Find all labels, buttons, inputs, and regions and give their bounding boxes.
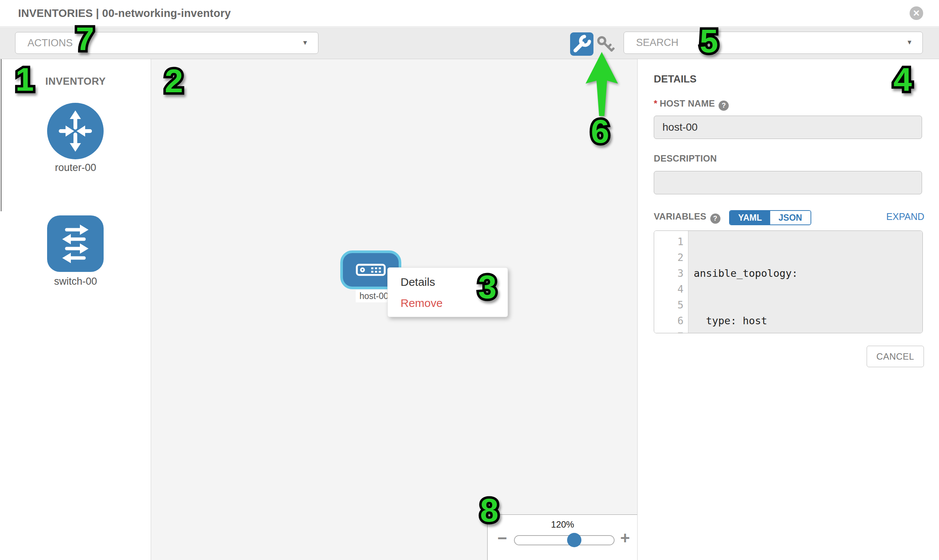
- annotation-arrow-up: [582, 49, 624, 120]
- details-panel-title: DETAILS: [654, 74, 697, 85]
- annotation-number-8: 8: [474, 486, 519, 531]
- inventory-sidebar: INVENTORY router-00: [0, 59, 151, 560]
- host-node-label: host-00: [356, 290, 392, 302]
- zoom-slider-thumb[interactable]: [567, 533, 581, 547]
- line-number: 7: [654, 329, 688, 333]
- variables-code-editor[interactable]: 1 2 3 4 5 6 7 ansible_topology: type: ho…: [654, 231, 923, 333]
- palette-item-switch[interactable]: [47, 215, 103, 272]
- chevron-down-icon: ▼: [302, 32, 308, 54]
- zoom-slider-track[interactable]: [514, 535, 615, 545]
- line-number: 1: [654, 234, 688, 250]
- annotation-number-2: 2: [159, 57, 204, 102]
- search-dropdown-label: SEARCH: [636, 32, 678, 53]
- description-input[interactable]: [654, 171, 922, 194]
- svg-text:7: 7: [76, 20, 94, 57]
- description-label: DESCRIPTION: [654, 153, 717, 164]
- palette-label-router: router-00: [0, 162, 151, 174]
- host-name-label: *HOST NAME?: [654, 98, 729, 111]
- svg-text:5: 5: [700, 22, 718, 60]
- switch-icon: [47, 215, 103, 272]
- search-dropdown[interactable]: SEARCH ▼: [624, 32, 923, 54]
- inventory-topology-app: INVENTORIES | 00-networking-inventory ✕ …: [0, 0, 939, 560]
- close-icon[interactable]: ✕: [910, 6, 923, 20]
- actions-dropdown[interactable]: ACTIONS ▼: [15, 32, 318, 54]
- topology-canvas[interactable]: host-00 Details Remove 120% − +: [151, 59, 638, 560]
- annotation-number-1: 1: [9, 55, 55, 100]
- annotation-number-4: 4: [887, 55, 933, 100]
- line-number: 3: [654, 266, 688, 281]
- help-icon[interactable]: ?: [719, 100, 729, 111]
- annotation-number-3: 3: [472, 263, 517, 308]
- line-number: 2: [654, 250, 688, 266]
- code-line: type: host: [694, 313, 922, 329]
- expand-link[interactable]: EXPAND: [638, 211, 924, 222]
- router-icon: [47, 103, 103, 159]
- palette-item-router[interactable]: [47, 103, 103, 159]
- annotation-number-5: 5: [694, 17, 739, 62]
- zoom-in-button[interactable]: +: [620, 530, 630, 546]
- line-number: 6: [654, 313, 688, 329]
- toolbar: ACTIONS ▼ SEARCH ▼: [0, 27, 939, 59]
- code-line: ansible_topology:: [694, 266, 922, 281]
- app-header: INVENTORIES | 00-networking-inventory ✕: [0, 0, 939, 27]
- host-name-label-text: HOST NAME: [660, 98, 715, 108]
- svg-text:1: 1: [15, 61, 34, 98]
- svg-text:3: 3: [478, 268, 496, 305]
- zoom-out-button[interactable]: −: [497, 530, 507, 546]
- svg-text:2: 2: [165, 62, 183, 99]
- details-panel: DETAILS *HOST NAME? DESCRIPTION VARIABLE…: [638, 59, 939, 560]
- host-name-input[interactable]: [654, 115, 922, 139]
- chevron-down-icon: ▼: [906, 32, 913, 53]
- line-number: 4: [654, 281, 688, 297]
- code-editor-content[interactable]: ansible_topology: type: host name: host-…: [688, 231, 922, 333]
- annotation-number-7: 7: [70, 14, 115, 60]
- required-asterisk: *: [654, 98, 657, 108]
- svg-text:8: 8: [480, 491, 498, 529]
- actions-dropdown-label: ACTIONS: [28, 32, 73, 54]
- page-title: INVENTORIES | 00-networking-inventory: [18, 0, 231, 27]
- line-number: 5: [654, 297, 688, 313]
- palette-label-switch: switch-00: [0, 276, 151, 287]
- svg-text:4: 4: [893, 61, 912, 98]
- code-editor-gutter: 1 2 3 4 5 6 7: [654, 231, 688, 333]
- cancel-button[interactable]: CANCEL: [867, 346, 924, 367]
